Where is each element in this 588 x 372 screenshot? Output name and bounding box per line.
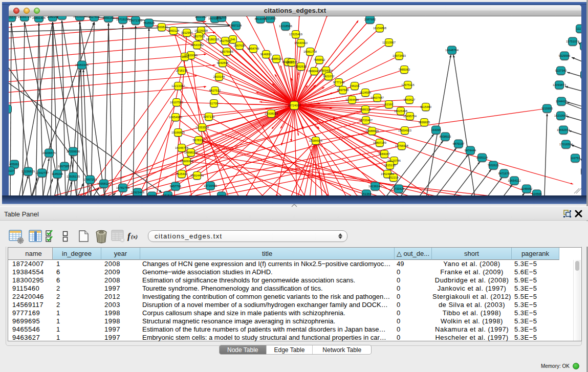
svg-text:2718176: 2718176 <box>176 69 188 72</box>
svg-text:1421072: 1421072 <box>323 75 335 78</box>
svg-text:2935114: 2935114 <box>476 156 488 159</box>
svg-text:7632621: 7632621 <box>488 164 499 167</box>
svg-text:15692971: 15692971 <box>557 128 570 132</box>
svg-text:9329996: 9329996 <box>559 54 571 57</box>
svg-text:435061: 435061 <box>9 163 19 166</box>
svg-text:18724007: 18724007 <box>288 104 301 107</box>
svg-text:6497568: 6497568 <box>337 89 349 92</box>
svg-text:21364436: 21364436 <box>345 98 359 101</box>
svg-text:7515526: 7515526 <box>143 21 155 25</box>
svg-text:19166825: 19166825 <box>171 131 185 134</box>
svg-text:10958117: 10958117 <box>97 182 110 185</box>
svg-text:252214: 252214 <box>388 176 399 179</box>
svg-text:10671355: 10671355 <box>129 19 142 22</box>
svg-text:16782759: 16782759 <box>116 186 129 189</box>
svg-text:15909348: 15909348 <box>180 160 193 163</box>
svg-text:164095: 164095 <box>431 128 441 132</box>
svg-text:10025458: 10025458 <box>394 110 407 113</box>
svg-text:7986322: 7986322 <box>360 108 372 111</box>
svg-text:10607487: 10607487 <box>371 96 384 99</box>
svg-text:10973493: 10973493 <box>393 54 406 57</box>
svg-text:7955812: 7955812 <box>314 58 325 61</box>
svg-text:9227343: 9227343 <box>555 69 567 72</box>
svg-text:9889: 9889 <box>182 55 188 58</box>
svg-text:17016504: 17016504 <box>559 143 573 146</box>
svg-text:17359936: 17359936 <box>67 150 80 153</box>
svg-text:19654923: 19654923 <box>398 129 411 132</box>
svg-text:3215955: 3215955 <box>541 107 553 110</box>
svg-text:8938923: 8938923 <box>440 135 451 138</box>
svg-text:13325419: 13325419 <box>289 33 302 36</box>
svg-text:10688609: 10688609 <box>365 129 379 133</box>
svg-text:16154808: 16154808 <box>373 27 386 30</box>
svg-text:19384554: 19384554 <box>309 139 323 142</box>
svg-text:19524851: 19524851 <box>381 172 394 176</box>
svg-text:1065326: 1065326 <box>56 16 68 17</box>
svg-text:1733426: 1733426 <box>393 187 405 190</box>
svg-text:7625402: 7625402 <box>176 172 188 176</box>
svg-text:9115460: 9115460 <box>420 105 431 108</box>
svg-text:1244415: 1244415 <box>556 100 568 103</box>
svg-text:14136141: 14136141 <box>368 185 382 188</box>
svg-text:15716485: 15716485 <box>204 184 217 187</box>
svg-text:16543382: 16543382 <box>190 43 204 47</box>
svg-text:20206576: 20206576 <box>42 151 56 155</box>
svg-text:12342737: 12342737 <box>35 171 49 174</box>
svg-text:10653267: 10653267 <box>73 16 86 18</box>
svg-text:12213967: 12213967 <box>382 41 396 44</box>
svg-text:19308023: 19308023 <box>265 112 278 115</box>
svg-text:9242848: 9242848 <box>217 61 229 64</box>
svg-text:9777149: 9777149 <box>333 81 345 84</box>
svg-text:9146821: 9146821 <box>260 53 272 56</box>
svg-text:8427512: 8427512 <box>209 89 221 92</box>
svg-text:12218506: 12218506 <box>279 25 292 28</box>
svg-text:7663822: 7663822 <box>156 26 168 29</box>
svg-text:11172: 11172 <box>576 27 581 30</box>
svg-text:1822037: 1822037 <box>286 61 298 64</box>
svg-text:116753: 116753 <box>571 157 580 160</box>
svg-text:12093873: 12093873 <box>553 83 566 86</box>
svg-text:9827503: 9827503 <box>193 35 205 38</box>
svg-text:2367618: 2367618 <box>234 44 246 47</box>
svg-text:15720407: 15720407 <box>359 119 373 122</box>
svg-text:7857224: 7857224 <box>230 24 242 27</box>
svg-text:18807249: 18807249 <box>373 141 386 144</box>
svg-text:14055725: 14055725 <box>18 16 31 18</box>
svg-text:746206: 746206 <box>350 84 359 87</box>
svg-text:10975857: 10975857 <box>58 165 71 168</box>
svg-text:16120746: 16120746 <box>387 159 401 162</box>
svg-text:1527602: 1527602 <box>89 16 100 18</box>
svg-text:12353594: 12353594 <box>195 126 209 129</box>
svg-text:16934024: 16934024 <box>319 69 333 72</box>
svg-text:1405572: 1405572 <box>9 16 17 19</box>
svg-text:3912954: 3912954 <box>181 31 193 34</box>
svg-text:39137: 39137 <box>9 169 14 172</box>
svg-text:16046788: 16046788 <box>175 146 188 149</box>
svg-text:881305: 881305 <box>216 16 226 19</box>
svg-text:16648784: 16648784 <box>445 49 459 52</box>
svg-text:1362615: 1362615 <box>295 65 307 68</box>
svg-text:9457791: 9457791 <box>170 185 182 188</box>
svg-text:10654985: 10654985 <box>169 116 182 119</box>
svg-text:3124554: 3124554 <box>360 91 372 94</box>
svg-text:15751074: 15751074 <box>566 40 580 43</box>
svg-text:6879197: 6879197 <box>453 142 465 145</box>
svg-text:1603380: 1603380 <box>195 16 207 18</box>
svg-text:12156829: 12156829 <box>21 170 35 173</box>
svg-text:12505135: 12505135 <box>67 175 80 178</box>
svg-text:10654112: 10654112 <box>508 179 520 182</box>
svg-text:1221850: 1221850 <box>265 17 276 20</box>
svg-text:16210643: 16210643 <box>554 114 568 117</box>
svg-text:18575685: 18575685 <box>220 50 233 53</box>
svg-text:9245652: 9245652 <box>521 187 533 190</box>
svg-text:16914479: 16914479 <box>190 174 204 177</box>
svg-text:18186328: 18186328 <box>206 38 219 41</box>
svg-text:9084067: 9084067 <box>379 152 390 156</box>
svg-text:2603144: 2603144 <box>213 75 225 78</box>
svg-text:9699695: 9699695 <box>419 121 430 124</box>
svg-text:5678332: 5678332 <box>193 139 205 142</box>
svg-text:17957255: 17957255 <box>83 178 97 181</box>
svg-text:546: 546 <box>230 38 235 41</box>
svg-text:20053346: 20053346 <box>75 63 89 67</box>
svg-text:10719155: 10719155 <box>116 18 129 21</box>
